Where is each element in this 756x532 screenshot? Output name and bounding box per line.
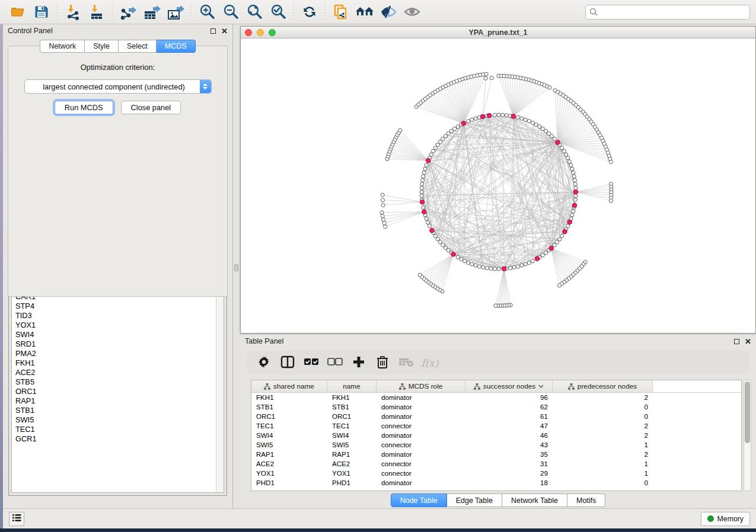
save-session-button[interactable] — [30, 2, 53, 22]
cell-name[interactable]: TEC1 — [327, 421, 377, 431]
tab-network-table[interactable]: Network Table — [502, 493, 567, 507]
cell-shared-name[interactable]: SWI4 — [251, 431, 327, 440]
cell-name[interactable]: RAP1 — [327, 450, 377, 459]
cell-name[interactable]: ORC1 — [327, 412, 377, 421]
task-history-button[interactable] — [9, 512, 24, 526]
cell-name[interactable]: YOX1 — [327, 469, 377, 478]
cell-shared-name[interactable]: FKH1 — [251, 393, 327, 402]
cell-MCDS-role[interactable]: dominator — [377, 402, 465, 412]
close-panel-button[interactable]: Close panel — [121, 101, 181, 114]
mcds-result-item[interactable]: ORC1 — [15, 387, 216, 396]
tab-select[interactable]: Select — [119, 40, 157, 53]
zoom-in-button[interactable] — [195, 2, 219, 22]
mcds-result-item[interactable]: SWI4 — [15, 330, 216, 339]
duplicate-network-button[interactable] — [329, 2, 353, 22]
network-canvas[interactable] — [241, 39, 755, 333]
export-table-button[interactable] — [140, 2, 164, 22]
optimization-criterion-select[interactable]: largest connected component (undirected) — [24, 79, 212, 94]
column-header-successor-nodes[interactable]: successor nodes — [465, 380, 553, 392]
mcds-result-item[interactable]: YOX1 — [15, 321, 216, 330]
cell-predecessor-nodes[interactable]: 2 — [553, 431, 653, 440]
maximize-window-icon[interactable] — [269, 29, 276, 36]
tab-style[interactable]: Style — [85, 40, 119, 53]
cell-successor-nodes[interactable]: 61 — [465, 412, 553, 421]
refresh-button[interactable] — [298, 2, 321, 22]
cell-shared-name[interactable]: RAP1 — [251, 450, 327, 459]
zoom-selected-button[interactable] — [266, 2, 290, 22]
table-row[interactable]: SWI4SWI4dominator462 — [251, 431, 741, 440]
cell-MCDS-role[interactable]: connector — [377, 421, 465, 431]
memory-button[interactable]: Memory — [701, 512, 750, 526]
cell-shared-name[interactable]: TEC1 — [251, 421, 327, 431]
table-row[interactable]: SWI5SWI5connector431 — [251, 440, 741, 450]
search-input[interactable] — [585, 5, 750, 20]
cell-successor-nodes[interactable]: 62 — [465, 402, 553, 412]
select-all-columns-button[interactable] — [301, 353, 322, 373]
import-network-button[interactable] — [61, 2, 85, 22]
cell-successor-nodes[interactable]: 18 — [465, 478, 553, 488]
cell-shared-name[interactable]: PHD1 — [251, 478, 327, 488]
cell-predecessor-nodes[interactable]: 1 — [553, 469, 653, 478]
cell-MCDS-role[interactable]: connector — [377, 440, 465, 450]
mcds-result-item[interactable]: PMA2 — [15, 349, 216, 358]
tab-mcds[interactable]: MCDS — [157, 40, 196, 53]
cell-name[interactable]: SWI4 — [327, 431, 377, 440]
show-columns-button[interactable] — [277, 353, 298, 373]
mcds-result-item[interactable]: STB5 — [15, 377, 216, 387]
cell-shared-name[interactable]: ORC1 — [251, 412, 327, 421]
table-row[interactable]: TEC1TEC1connector472 — [251, 421, 741, 431]
mcds-result-item[interactable]: SRD1 — [15, 339, 216, 349]
import-table-button[interactable] — [85, 2, 109, 22]
cell-predecessor-nodes[interactable]: 2 — [553, 450, 653, 459]
cell-name[interactable]: SWI5 — [327, 440, 377, 450]
cell-successor-nodes[interactable]: 96 — [465, 393, 553, 402]
cell-predecessor-nodes[interactable]: 1 — [553, 459, 653, 469]
run-mcds-button[interactable]: Run MCDS — [55, 101, 113, 114]
table-row[interactable]: YOX1YOX1connector291 — [251, 469, 741, 478]
table-settings-button[interactable] — [253, 353, 275, 373]
cell-successor-nodes[interactable]: 46 — [465, 431, 553, 440]
mcds-result-item[interactable]: FKH1 — [15, 358, 216, 368]
column-header-name[interactable]: name — [327, 380, 377, 392]
cell-MCDS-role[interactable]: connector — [377, 459, 465, 469]
deselect-all-columns-button[interactable] — [324, 353, 346, 373]
minimize-window-icon[interactable] — [257, 29, 264, 36]
table-scrollbar-thumb[interactable] — [745, 382, 750, 443]
preferred-layout-button[interactable] — [353, 2, 377, 22]
splitter-grip[interactable] — [234, 264, 238, 271]
column-header-shared-name[interactable]: shared name — [251, 380, 327, 392]
create-column-button[interactable] — [348, 353, 369, 373]
cell-predecessor-nodes[interactable]: 0 — [553, 478, 653, 488]
table-row[interactable]: PHD1PHD1dominator180 — [251, 478, 741, 488]
mcds-result-item[interactable]: RAP1 — [15, 396, 216, 406]
column-header-predecessor-nodes[interactable]: predecessor nodes — [553, 380, 653, 392]
tab-motifs[interactable]: Motifs — [567, 493, 605, 507]
cell-successor-nodes[interactable]: 47 — [465, 421, 553, 431]
open-session-button[interactable] — [6, 2, 30, 22]
cell-predecessor-nodes[interactable]: 2 — [553, 421, 653, 431]
cell-name[interactable]: STB1 — [327, 402, 377, 412]
delete-column-button[interactable] — [372, 353, 393, 373]
cell-predecessor-nodes[interactable]: 1 — [553, 440, 653, 450]
cell-MCDS-role[interactable]: dominator — [377, 478, 465, 488]
cell-shared-name[interactable]: STB1 — [251, 402, 327, 412]
cell-shared-name[interactable]: YOX1 — [251, 469, 327, 478]
close-panel-icon[interactable]: ✕ — [221, 28, 228, 34]
cell-successor-nodes[interactable]: 43 — [465, 440, 553, 450]
float-panel-icon[interactable] — [210, 28, 216, 34]
table-scrollbar[interactable] — [744, 380, 751, 491]
network-window-titlebar[interactable]: YPA_prune.txt_1 — [241, 27, 755, 39]
cell-name[interactable]: FKH1 — [327, 393, 377, 402]
cell-predecessor-nodes[interactable]: 0 — [553, 402, 653, 412]
mcds-result-item[interactable]: GCR1 — [15, 434, 216, 444]
cell-predecessor-nodes[interactable]: 2 — [553, 393, 653, 402]
cell-MCDS-role[interactable]: connector — [377, 469, 465, 478]
cell-shared-name[interactable]: SWI5 — [251, 440, 327, 450]
zoom-out-button[interactable] — [219, 2, 243, 22]
mcds-result-item[interactable]: ACE2 — [15, 368, 216, 377]
table-row[interactable]: STB1STB1dominator620 — [251, 402, 741, 412]
table-row[interactable]: FKH1FKH1dominator962 — [251, 393, 741, 402]
mcds-result-item[interactable]: STP4 — [15, 302, 216, 311]
cell-MCDS-role[interactable]: dominator — [377, 393, 465, 402]
vertical-splitter[interactable] — [233, 24, 240, 508]
